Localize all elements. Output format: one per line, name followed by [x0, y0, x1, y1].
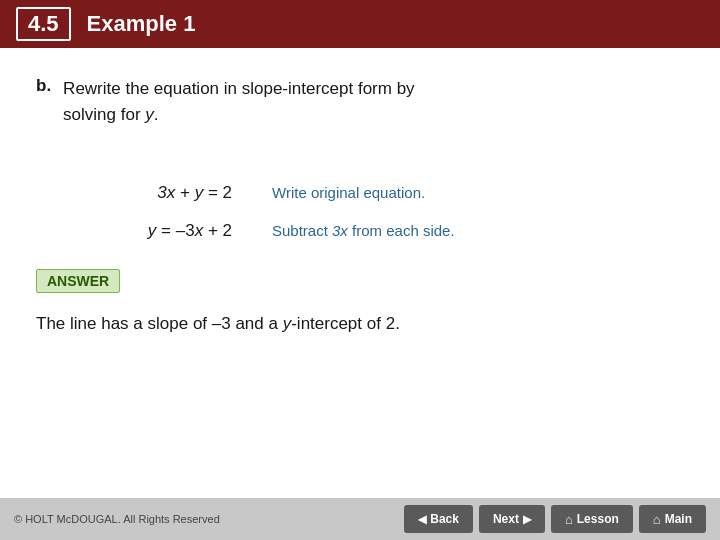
main-button[interactable]: ⌂ Main	[639, 505, 706, 533]
equations-block: 3x + y = 2 Write original equation. y = …	[52, 183, 684, 241]
lesson-label: Lesson	[577, 512, 619, 526]
header: 4.5 Example 1	[0, 0, 720, 48]
main-content: b. Rewrite the equation in slope-interce…	[0, 48, 720, 498]
footer: © HOLT McDOUGAL. All Rights Reserved ◀ B…	[0, 498, 720, 540]
problem-line1: Rewrite the equation in slope-intercept …	[63, 79, 415, 98]
back-button[interactable]: ◀ Back	[404, 505, 473, 533]
next-label: Next	[493, 512, 519, 526]
footer-nav: ◀ Back Next ▶ ⌂ Lesson ⌂ Main	[404, 505, 706, 533]
conclusion-text: The line has a slope of –3 and a y-inter…	[36, 311, 684, 337]
main-house-icon: ⌂	[653, 512, 661, 527]
equation-note-2: Subtract 3x from each side.	[272, 222, 455, 239]
example-title: Example 1	[87, 11, 196, 37]
equation-row-2: y = –3x + 2 Subtract 3x from each side.	[52, 221, 684, 241]
back-arrow-icon: ◀	[418, 513, 426, 526]
next-arrow-icon: ▶	[523, 513, 531, 526]
problem-line2: solving for y.	[63, 105, 158, 124]
equation-math-2: y = –3x + 2	[52, 221, 232, 241]
next-button[interactable]: Next ▶	[479, 505, 545, 533]
problem-text: Rewrite the equation in slope-intercept …	[63, 76, 415, 127]
answer-badge: ANSWER	[36, 269, 120, 293]
lesson-house-icon: ⌂	[565, 512, 573, 527]
section-badge: 4.5	[16, 7, 71, 41]
back-label: Back	[430, 512, 459, 526]
problem-label: b.	[36, 76, 51, 96]
lesson-button[interactable]: ⌂ Lesson	[551, 505, 633, 533]
equation-note-1: Write original equation.	[272, 184, 425, 201]
equation-row-1: 3x + y = 2 Write original equation.	[52, 183, 684, 203]
equation-math-1: 3x + y = 2	[52, 183, 232, 203]
main-label: Main	[665, 512, 692, 526]
copyright-text: © HOLT McDOUGAL. All Rights Reserved	[14, 513, 220, 525]
